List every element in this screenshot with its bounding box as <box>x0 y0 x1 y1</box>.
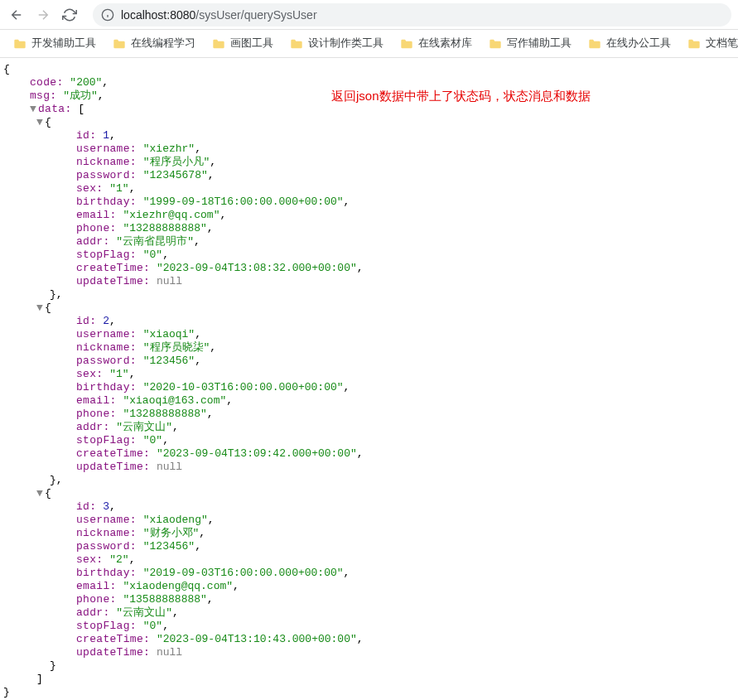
bookmark-item[interactable]: 在线编程学习 <box>106 33 202 54</box>
json-viewer: 返回json数据中带上了状态码，状态消息和数据 {code: "200",msg… <box>0 58 738 700</box>
toggle-icon[interactable]: ▼ <box>30 103 38 116</box>
reload-button[interactable] <box>60 5 80 25</box>
bookmark-label: 设计制作类工具 <box>308 36 383 51</box>
folder-icon <box>113 38 126 50</box>
folder-icon <box>489 38 502 50</box>
folder-icon <box>588 38 601 50</box>
folder-icon <box>13 38 27 50</box>
bookmark-label: 在线编程学习 <box>131 36 195 51</box>
bookmark-label: 开发辅助工具 <box>31 36 96 51</box>
bookmarks-bar: 开发辅助工具在线编程学习画图工具设计制作类工具在线素材库写作辅助工具在线办公工具… <box>0 30 738 58</box>
toggle-icon[interactable]: ▼ <box>36 487 45 500</box>
back-button[interactable] <box>7 5 27 25</box>
bookmark-label: 在线办公工具 <box>606 36 671 51</box>
annotation-text: 返回json数据中带上了状态码，状态消息和数据 <box>331 89 591 103</box>
browser-toolbar: localhost:8080/sysUser/querySysUser <box>0 0 738 30</box>
bookmark-item[interactable]: 设计制作类工具 <box>283 33 390 54</box>
folder-icon <box>400 38 413 50</box>
bookmark-label: 画图工具 <box>230 36 273 51</box>
bookmark-item[interactable]: 开发辅助工具 <box>7 33 103 54</box>
folder-icon <box>290 38 303 50</box>
bookmark-label: 在线素材库 <box>418 36 472 51</box>
bookmark-item[interactable]: 在线素材库 <box>393 33 479 54</box>
bookmark-label: 写作辅助工具 <box>507 36 572 51</box>
forward-button[interactable] <box>33 5 53 25</box>
folder-icon <box>212 38 225 50</box>
folder-icon <box>687 38 701 50</box>
bookmark-item[interactable]: 画图工具 <box>205 33 280 54</box>
bookmark-label: 文档笔记工具 <box>706 36 738 51</box>
info-icon <box>101 8 114 22</box>
bookmark-item[interactable]: 文档笔记工具 <box>681 33 738 54</box>
toggle-icon[interactable]: ▼ <box>36 116 45 129</box>
bookmark-item[interactable]: 写作辅助工具 <box>482 33 578 54</box>
toggle-icon[interactable]: ▼ <box>36 302 45 315</box>
address-bar[interactable]: localhost:8080/sysUser/querySysUser <box>93 3 731 27</box>
url-text: localhost:8080/sysUser/querySysUser <box>121 8 317 22</box>
bookmark-item[interactable]: 在线办公工具 <box>581 33 678 54</box>
